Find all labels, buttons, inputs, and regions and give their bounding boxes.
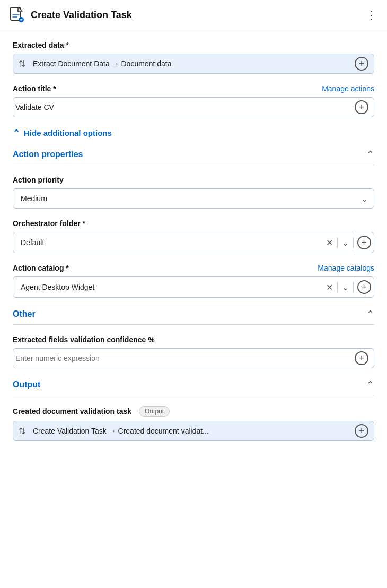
action-title-group: Action title * Manage actions +: [13, 84, 374, 117]
header: Create Validation Task ⋮: [0, 0, 387, 30]
sort-icon: ⇅: [13, 59, 31, 69]
action-properties-title: Action properties: [13, 150, 83, 159]
manage-catalogs-link[interactable]: Manage catalogs: [318, 264, 374, 272]
created-task-label: Created document validation task: [13, 407, 131, 416]
orchestrator-folder-label: Orchestrator folder *: [13, 219, 374, 228]
header-left: Create Validation Task: [8, 6, 132, 23]
validation-confidence-group: Extracted fields validation confidence %…: [13, 335, 374, 368]
plus-circle-icon-5: +: [355, 351, 368, 365]
created-task-add-button[interactable]: +: [349, 424, 374, 438]
action-priority-label: Action priority: [13, 176, 374, 184]
plus-circle-icon-3: +: [357, 236, 371, 249]
action-catalog-label-row: Action catalog * Manage catalogs: [13, 264, 374, 272]
extracted-data-add-button[interactable]: +: [349, 57, 374, 71]
validation-confidence-add-button[interactable]: +: [349, 351, 374, 365]
action-title-input-row: +: [13, 97, 374, 117]
other-collapse-icon[interactable]: ⌃: [366, 308, 374, 320]
created-task-input-row: ⇅ +: [13, 421, 374, 441]
action-title-label: Action title *: [13, 84, 56, 93]
orchestrator-folder-clear-button[interactable]: ✕: [322, 238, 337, 248]
extracted-data-input[interactable]: [31, 54, 349, 73]
action-priority-select-wrapper: Medium Low High Critical ⌄: [13, 188, 374, 209]
document-icon: [8, 6, 25, 23]
hide-options-label: Hide additional options: [24, 128, 112, 137]
plus-circle-icon-4: +: [357, 280, 371, 294]
validation-confidence-input[interactable]: [13, 349, 349, 368]
action-title-input[interactable]: [13, 98, 349, 117]
other-title: Other: [13, 309, 36, 319]
created-task-group: Created document validation task Output …: [13, 406, 374, 441]
action-title-label-row: Action title * Manage actions: [13, 84, 374, 93]
chevron-up-icon: ⌃: [13, 128, 20, 138]
validation-confidence-input-row: +: [13, 348, 374, 368]
other-section-header: Other ⌃: [13, 308, 374, 325]
action-properties-collapse-icon[interactable]: ⌃: [366, 149, 374, 160]
hide-options-toggle[interactable]: ⌃ Hide additional options: [13, 128, 374, 138]
orchestrator-folder-input[interactable]: [13, 233, 322, 252]
manage-actions-link[interactable]: Manage actions: [322, 84, 374, 93]
orchestrator-folder-add-button[interactable]: +: [354, 232, 374, 253]
more-options-icon[interactable]: ⋮: [364, 6, 379, 23]
action-catalog-input-row: ✕ ⌄ +: [13, 276, 374, 298]
output-badge: Output: [139, 406, 170, 417]
output-section-header: Output ⌃: [13, 379, 374, 395]
extracted-data-group: Extracted data * ⇅ +: [13, 41, 374, 74]
extracted-data-label: Extracted data *: [13, 41, 374, 49]
plus-circle-icon-2: +: [355, 100, 368, 114]
action-title-add-button[interactable]: +: [349, 100, 374, 114]
sort-icon-2: ⇅: [13, 426, 31, 436]
action-priority-group: Action priority Medium Low High Critical…: [13, 176, 374, 209]
action-catalog-clear-button[interactable]: ✕: [322, 282, 337, 292]
plus-circle-icon-6: +: [355, 424, 368, 438]
output-collapse-icon[interactable]: ⌃: [366, 379, 374, 391]
content-area: Extracted data * ⇅ + Action title * Mana…: [0, 30, 387, 462]
action-catalog-label: Action catalog *: [13, 264, 69, 272]
orchestrator-folder-dropdown-button[interactable]: ⌄: [338, 238, 353, 248]
action-catalog-group: Action catalog * Manage catalogs ✕ ⌄ +: [13, 264, 374, 298]
action-catalog-add-button[interactable]: +: [354, 277, 374, 297]
action-catalog-dropdown-button[interactable]: ⌄: [338, 282, 353, 292]
action-catalog-input[interactable]: [13, 278, 322, 297]
plus-circle-icon: +: [355, 57, 368, 71]
created-task-input[interactable]: [31, 421, 349, 440]
orchestrator-folder-input-row: ✕ ⌄ +: [13, 232, 374, 253]
output-title: Output: [13, 380, 40, 390]
page-title: Create Validation Task: [31, 10, 132, 21]
validation-confidence-label: Extracted fields validation confidence %: [13, 335, 374, 344]
action-properties-section-header: Action properties ⌃: [13, 149, 374, 165]
created-task-label-row: Created document validation task Output: [13, 406, 374, 417]
extracted-data-input-row: ⇅ +: [13, 54, 374, 74]
action-priority-select[interactable]: Medium Low High Critical: [13, 188, 374, 209]
orchestrator-folder-group: Orchestrator folder * ✕ ⌄ +: [13, 219, 374, 253]
